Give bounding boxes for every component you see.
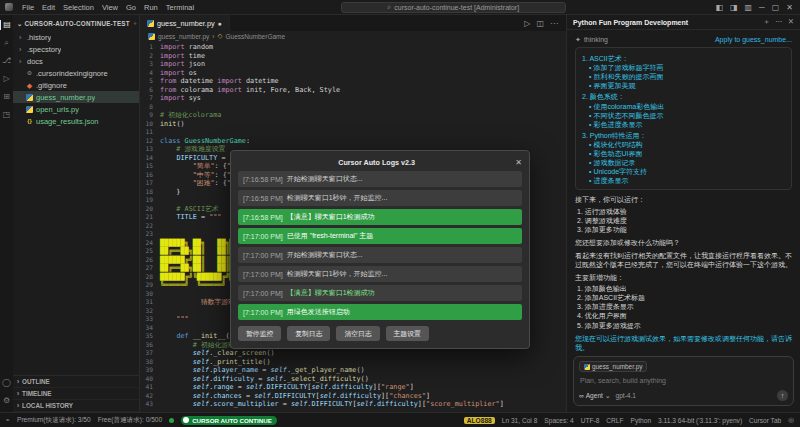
menu-go[interactable]: Go xyxy=(122,3,140,12)
breadcrumb-file[interactable]: guess_number.py xyxy=(158,33,209,40)
section-timeline[interactable]: ›TIMELINE xyxy=(13,388,139,400)
titlebar: FileEditSelectionViewGoRunTerminal ⌕ cur… xyxy=(0,0,800,15)
more-icon[interactable]: ⋯ xyxy=(775,17,783,27)
close-icon[interactable]: ✕ xyxy=(788,17,794,27)
line-number: 4 xyxy=(140,69,160,78)
chat-input-box[interactable]: guess_number.py Plan, search, build anyt… xyxy=(573,356,794,406)
chat-input-placeholder[interactable]: Plan, search, build anything xyxy=(580,377,787,384)
chat-bullet-item: • 彩色动态UI界面 xyxy=(582,149,785,158)
send-button[interactable]: ↑ xyxy=(777,390,788,401)
status-item-6[interactable]: Cursor Tab xyxy=(749,417,781,424)
explorer-icon[interactable]: ▤ xyxy=(0,20,13,30)
explorer-item--specstory[interactable]: ›.specstory xyxy=(13,43,139,55)
line-number: 39 xyxy=(140,366,160,375)
file-label: usage_results.json xyxy=(36,117,99,126)
section-outline[interactable]: ›OUTLINE xyxy=(13,376,139,388)
symbol-class-icon: ◇ xyxy=(217,32,222,40)
layout-panel-right-icon[interactable]: ▥ xyxy=(745,3,753,12)
explorer-item--gitignore[interactable]: ◆.gitignore xyxy=(13,79,139,91)
split-editor-icon[interactable]: ◫ xyxy=(536,19,544,28)
python-file-icon xyxy=(147,20,154,27)
modal-button-3[interactable]: 主题设置 xyxy=(386,326,429,341)
status-item-3[interactable]: CRLF xyxy=(606,417,623,424)
source-control-icon[interactable]: ⎇ xyxy=(0,56,13,66)
line-number: 26 xyxy=(140,256,160,265)
notification-bell-icon[interactable]: ◎ xyxy=(788,416,794,424)
code-line: 41 self.range = self.DIFFICULTY[self.dif… xyxy=(140,383,566,392)
more-actions-icon[interactable]: ⋯ xyxy=(550,19,558,28)
explorer-item--cursorindexingignore[interactable]: ⚙.cursorindexingignore xyxy=(13,67,139,79)
line-content: # 初始化游戏 xyxy=(160,341,235,350)
remote-icon[interactable]: ⌁ xyxy=(6,416,10,424)
cursor-auto-continue-toggle[interactable]: CURSOR AUTO CONTINUE xyxy=(181,416,277,425)
file-type-icon xyxy=(26,106,33,113)
chevron-right-icon: › xyxy=(212,33,214,40)
log-row: [7:17:00 PM]用绿色发送按钮启动 xyxy=(238,304,522,320)
new-chat-icon[interactable]: ＋ xyxy=(763,17,771,27)
apply-link[interactable]: Apply to guess_numbe... xyxy=(715,35,792,44)
feature-list-item: 1. 添加颜色输出 xyxy=(575,284,792,293)
menu-file[interactable]: File xyxy=(18,3,38,12)
run-debug-icon[interactable]: ▷ xyxy=(0,74,13,84)
status-item-0[interactable]: Ln 31, Col 8 xyxy=(502,417,538,424)
status-item-1[interactable]: Spaces: 4 xyxy=(544,417,573,424)
model-selector[interactable]: gpt-4.1 xyxy=(615,392,636,399)
line-number: 17 xyxy=(140,179,160,188)
file-label: guess_number.py xyxy=(36,93,95,102)
breadcrumb-symbol[interactable]: GuessNumberGame xyxy=(225,33,285,40)
extensions-icon[interactable]: ⊞ xyxy=(0,92,13,102)
explorer-item-open-urls-py[interactable]: open_urls.py xyxy=(13,103,139,115)
layout-panel-left-icon[interactable]: ◧ xyxy=(715,3,723,12)
explorer-item-guess-number-py[interactable]: guess_number.py xyxy=(13,91,139,103)
code-line: 3import json xyxy=(140,60,566,69)
tab-guess-number[interactable]: guess_number.py ● xyxy=(140,15,230,31)
minimize-button[interactable]: ─ xyxy=(759,3,765,12)
next-list-item: 1. 运行游戏体验 xyxy=(575,207,792,216)
free-requests-status[interactable]: Free(普通请求): 0/500 xyxy=(98,416,163,425)
chat-icon[interactable]: ◳ xyxy=(0,110,13,120)
modal-close-icon[interactable]: ✕ xyxy=(515,158,522,167)
command-center-search[interactable]: ⌕ cursor-auto-continue-test [Administrat… xyxy=(341,2,566,13)
log-row: [7:17:00 PM]【满意】聊天窗口1检测成功 xyxy=(238,285,522,301)
maximize-button[interactable]: ▢ xyxy=(772,3,780,12)
menu-selection[interactable]: Selection xyxy=(59,3,98,12)
modal-button-1[interactable]: 复制日志 xyxy=(287,326,330,341)
status-item-5[interactable]: 3.11.3 64-bit ('3.11.3': pyenv) xyxy=(658,417,742,424)
menu-run[interactable]: Run xyxy=(140,3,162,12)
settings-gear-icon[interactable]: ⚙ xyxy=(0,396,13,406)
line-number: 1 xyxy=(140,43,160,52)
modified-dot-icon[interactable]: ● xyxy=(218,20,222,27)
activity-bar-bottom: ◯⚙ xyxy=(0,378,13,408)
close-button[interactable]: ✕ xyxy=(786,3,793,12)
explorer-header[interactable]: ⌄ CURSOR-AUTO-CONTINUE-TEST ＋⊕⟳⋯ xyxy=(13,15,139,31)
menu-view[interactable]: View xyxy=(98,3,122,12)
modal-button-0[interactable]: 暂停监控 xyxy=(238,326,281,341)
section-local-history[interactable]: ›LOCAL HISTORY xyxy=(13,400,139,412)
explorer-item-usage-results-json[interactable]: {}usage_results.json xyxy=(13,115,139,127)
file-label: .cursorindexingignore xyxy=(36,69,108,78)
code-line: 8 xyxy=(140,103,566,112)
search-icon[interactable]: ⌕ xyxy=(0,38,13,48)
modal-button-2[interactable]: 清空日志 xyxy=(336,326,379,341)
log-timestamp: [7:17:00 PM] xyxy=(243,290,283,297)
status-item-2[interactable]: UTF-8 xyxy=(581,417,600,424)
explorer-item-docs[interactable]: ›docs xyxy=(13,55,139,67)
infinity-icon: ∞ xyxy=(579,392,584,399)
chat-panel: Python Fun Program Development ＋⋯✕ ✦ thi… xyxy=(566,15,800,412)
run-button-icon[interactable]: ▷ xyxy=(524,19,530,28)
menu-terminal[interactable]: Terminal xyxy=(162,3,198,12)
menu-edit[interactable]: Edit xyxy=(38,3,59,12)
auto-logs-modal: Cursor Auto Logs v2.3 ✕ [7:16:58 PM]开始检测… xyxy=(230,150,530,349)
explorer-action-icon-0[interactable]: ＋ xyxy=(132,19,139,28)
chat-bullet-item: • 界面更加美观 xyxy=(582,81,785,90)
premium-requests-status[interactable]: Premium(快速请求): 3/50 xyxy=(17,416,91,425)
account-icon[interactable]: ◯ xyxy=(0,378,13,388)
context-chip[interactable]: guess_number.py xyxy=(579,361,647,372)
thinking-label[interactable]: thinking xyxy=(584,35,608,44)
layout-panel-bottom-icon[interactable]: ◨ xyxy=(730,3,738,12)
agent-mode-selector[interactable]: ∞ Agent ⌄ xyxy=(579,392,610,400)
explorer-item--history[interactable]: ›.history xyxy=(13,31,139,43)
status-badge[interactable]: ALO888 xyxy=(464,417,495,424)
chat-bullet-item: • 彩色进度条显示 xyxy=(582,120,785,129)
status-item-4[interactable]: Python xyxy=(631,417,652,424)
